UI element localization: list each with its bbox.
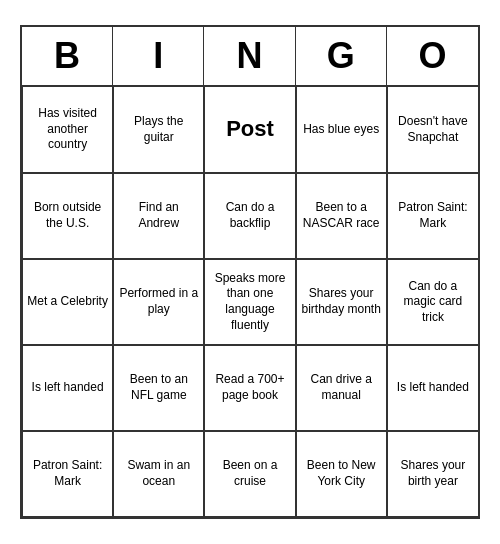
- bingo-cell-6[interactable]: Find an Andrew: [113, 173, 204, 259]
- bingo-cell-0[interactable]: Has visited another country: [22, 87, 113, 173]
- bingo-cell-13[interactable]: Shares your birthday month: [296, 259, 387, 345]
- header-letter-b: B: [22, 27, 113, 85]
- bingo-cell-5[interactable]: Born outside the U.S.: [22, 173, 113, 259]
- bingo-cell-12[interactable]: Speaks more than one language fluently: [204, 259, 295, 345]
- bingo-cell-1[interactable]: Plays the guitar: [113, 87, 204, 173]
- bingo-cell-8[interactable]: Been to a NASCAR race: [296, 173, 387, 259]
- bingo-grid: Has visited another countryPlays the gui…: [22, 87, 478, 517]
- bingo-cell-15[interactable]: Is left handed: [22, 345, 113, 431]
- bingo-cell-7[interactable]: Can do a backflip: [204, 173, 295, 259]
- bingo-header: BINGO: [22, 27, 478, 87]
- bingo-cell-19[interactable]: Is left handed: [387, 345, 478, 431]
- header-letter-g: G: [296, 27, 387, 85]
- bingo-cell-17[interactable]: Read a 700+ page book: [204, 345, 295, 431]
- bingo-cell-10[interactable]: Met a Celebrity: [22, 259, 113, 345]
- bingo-cell-9[interactable]: Patron Saint: Mark: [387, 173, 478, 259]
- bingo-cell-11[interactable]: Performed in a play: [113, 259, 204, 345]
- header-letter-i: I: [113, 27, 204, 85]
- bingo-cell-23[interactable]: Been to New York City: [296, 431, 387, 517]
- bingo-cell-22[interactable]: Been on a cruise: [204, 431, 295, 517]
- header-letter-o: O: [387, 27, 478, 85]
- bingo-cell-14[interactable]: Can do a magic card trick: [387, 259, 478, 345]
- bingo-cell-18[interactable]: Can drive a manual: [296, 345, 387, 431]
- bingo-cell-3[interactable]: Has blue eyes: [296, 87, 387, 173]
- bingo-cell-24[interactable]: Shares your birth year: [387, 431, 478, 517]
- bingo-cell-21[interactable]: Swam in an ocean: [113, 431, 204, 517]
- bingo-cell-4[interactable]: Doesn't have Snapchat: [387, 87, 478, 173]
- header-letter-n: N: [204, 27, 295, 85]
- bingo-cell-2[interactable]: Post: [204, 87, 295, 173]
- bingo-cell-16[interactable]: Been to an NFL game: [113, 345, 204, 431]
- bingo-cell-20[interactable]: Patron Saint: Mark: [22, 431, 113, 517]
- bingo-card: BINGO Has visited another countryPlays t…: [20, 25, 480, 519]
